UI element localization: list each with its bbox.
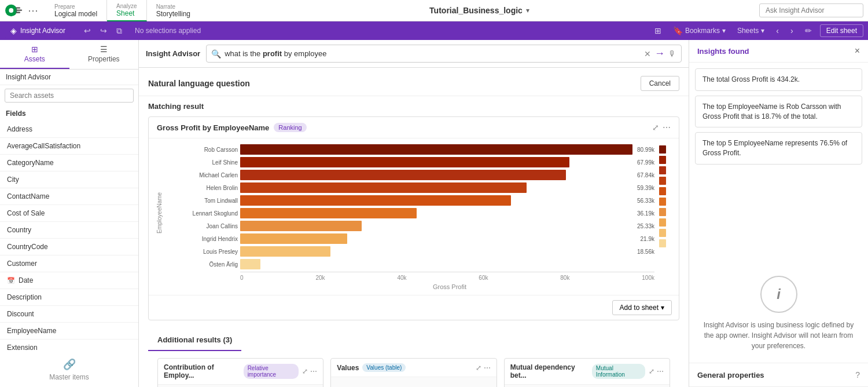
field-name: Discount [7, 310, 34, 318]
undo-btn[interactable]: ↩ [80, 25, 94, 36]
field-item[interactable]: Discount [0, 306, 138, 323]
insight-card: The top EmployeeName is Rob Carsson with… [695, 96, 862, 128]
insights-close-btn[interactable]: × [855, 46, 860, 56]
bar-name: Tom Lindwall [168, 198, 238, 204]
insight-card: The top 5 EmployeeName represents 76.5% … [695, 132, 862, 165]
field-item[interactable]: Description [0, 289, 138, 306]
mini-card-header: Mutual dependency bet... Mutual Informat… [505, 359, 670, 385]
grid-view-btn[interactable]: ⊞ [651, 25, 665, 36]
bar-name: Ingrid Hendrix [168, 236, 238, 242]
nav-next-btn[interactable]: › [787, 25, 797, 36]
insight-advisor-btn-label: Insight Advisor [20, 27, 65, 35]
mini-card-expand-btn[interactable]: ⤢ [476, 364, 481, 372]
edit-sheet-btn[interactable]: Edit sheet [820, 24, 863, 37]
ia-query-prefix: what is the [225, 49, 263, 58]
bar-name: Helen Brolin [168, 185, 238, 191]
nav-more-btn[interactable]: ⋯ [28, 4, 38, 17]
ia-mic-btn[interactable]: 🎙 [668, 49, 676, 59]
nav-analyze-sub: Sheet [116, 9, 137, 17]
mini-card-more-btn[interactable]: ⋯ [484, 364, 491, 372]
cancel-btn[interactable]: Cancel [641, 76, 679, 91]
mini-card-icons: ⤢ ⋯ [302, 367, 317, 375]
nav-prev-btn[interactable]: ‹ [773, 25, 782, 36]
add-to-sheet-chevron: ▾ [661, 304, 664, 312]
nav-narrate-label: Narrate [156, 3, 190, 10]
nav-center: Tutorial_Business_logic ▾ [200, 6, 759, 15]
field-name: Description [7, 293, 42, 301]
tab-properties-label: Properties [88, 55, 120, 63]
field-item[interactable]: CountryCode [0, 239, 138, 255]
toolbar-tools: ↩ ↪ ⧉ [80, 25, 126, 37]
bookmarks-btn[interactable]: 🔖 Bookmarks ▾ [670, 25, 729, 36]
chart-title: Gross Profit by EmployeeName [157, 123, 269, 132]
ia-sidebar-label-text: Insight Advisor [6, 73, 51, 81]
ask-advisor-input[interactable] [759, 3, 863, 17]
bar-value: 18.56k [637, 249, 654, 255]
insight-advisor-btn[interactable]: ◈ Insight Advisor [5, 24, 71, 38]
field-item[interactable]: ContactName [0, 188, 138, 205]
ia-clear-btn[interactable]: ✕ [644, 49, 651, 59]
assets-icon: ⊞ [2, 45, 67, 54]
field-item[interactable]: 📅Date [0, 272, 138, 289]
axis-tick: 100k [642, 275, 654, 281]
ia-query-suffix: by employee [282, 49, 326, 58]
add-to-sheet-btn[interactable]: Add to sheet ▾ [612, 300, 672, 315]
add-to-sheet-label: Add to sheet [620, 304, 659, 312]
bar-row: Lennart Skoglund36.19k [168, 208, 654, 218]
ia-search-bar[interactable]: 🔍 what is the profit by employee ✕ → 🎙 [206, 45, 682, 63]
tab-assets[interactable]: ⊞ Assets [0, 40, 69, 69]
legend-bar [659, 208, 666, 216]
field-item[interactable]: City [0, 171, 138, 188]
mini-card-more-btn[interactable]: ⋯ [657, 367, 664, 375]
nav-analyze[interactable]: Analyze Sheet [107, 0, 147, 21]
field-item[interactable]: Country [0, 222, 138, 239]
app-chevron-icon[interactable]: ▾ [526, 6, 529, 14]
ia-submit-btn[interactable]: → [654, 48, 665, 60]
edit-sheet-label: Edit sheet [826, 27, 857, 35]
sheets-btn[interactable]: Sheets ▾ [734, 25, 768, 36]
bar-row: Tom Lindwall56.33k [168, 195, 654, 206]
chart-more-btn[interactable]: ⋯ [663, 123, 671, 132]
ia-circle-icon: i [760, 276, 797, 313]
mini-card-badge: Relative importance [244, 364, 299, 379]
field-item[interactable]: Customer [0, 255, 138, 272]
help-icon[interactable]: ? [855, 370, 860, 379]
sheets-label: Sheets [737, 27, 759, 35]
nav-narrate[interactable]: Narrate Storytelling [147, 0, 200, 21]
svg-rect-2 [16, 9, 22, 10]
bar-outer [240, 221, 632, 231]
ia-info-icon: i [777, 286, 781, 302]
field-name: CountryCode [7, 243, 48, 251]
bar-fill [240, 208, 417, 218]
mini-card-more-btn[interactable]: ⋯ [310, 367, 317, 375]
mini-card-expand-btn[interactable]: ⤢ [649, 367, 654, 375]
search-assets-input[interactable] [5, 89, 134, 103]
svg-rect-4 [16, 8, 20, 9]
bar-value: 56.33k [637, 198, 654, 204]
bar-fill [240, 233, 347, 244]
svg-rect-3 [16, 12, 20, 13]
chart-card: Gross Profit by EmployeeName Ranking ⤢ ⋯… [148, 116, 679, 320]
master-items-section[interactable]: 🔗 Master items [0, 352, 138, 387]
ranking-badge: Ranking [274, 123, 306, 132]
field-item[interactable]: Extension [0, 339, 138, 352]
field-item[interactable]: Address [0, 121, 138, 138]
qlik-logo[interactable] [5, 4, 23, 17]
insights-body: The total Gross Profit is 434.2k.The top… [689, 63, 868, 264]
nav-prepare[interactable]: Prepare Logical model [45, 0, 107, 21]
matching-result: Matching result [139, 96, 689, 116]
additional-card: Values Values (table) ⤢ ⋯ [330, 358, 496, 387]
mini-card-expand-btn[interactable]: ⤢ [302, 367, 308, 375]
redo-btn[interactable]: ↪ [97, 25, 111, 36]
snapshot-btn[interactable]: ⧉ [113, 25, 126, 37]
bar-row: Östen Ärlig [168, 259, 654, 269]
field-item[interactable]: CategoryName [0, 155, 138, 171]
tab-properties[interactable]: ☰ Properties [69, 40, 139, 69]
bar-fill [240, 195, 511, 206]
field-item[interactable]: AverageCallSatisfaction [0, 138, 138, 155]
chart-expand-btn[interactable]: ⤢ [652, 123, 659, 132]
nav-narrate-sub: Storytelling [156, 10, 190, 18]
field-item[interactable]: EmployeeName [0, 323, 138, 339]
pencil-icon-btn[interactable]: ✏ [801, 25, 815, 36]
field-item[interactable]: Cost of Sale [0, 205, 138, 222]
